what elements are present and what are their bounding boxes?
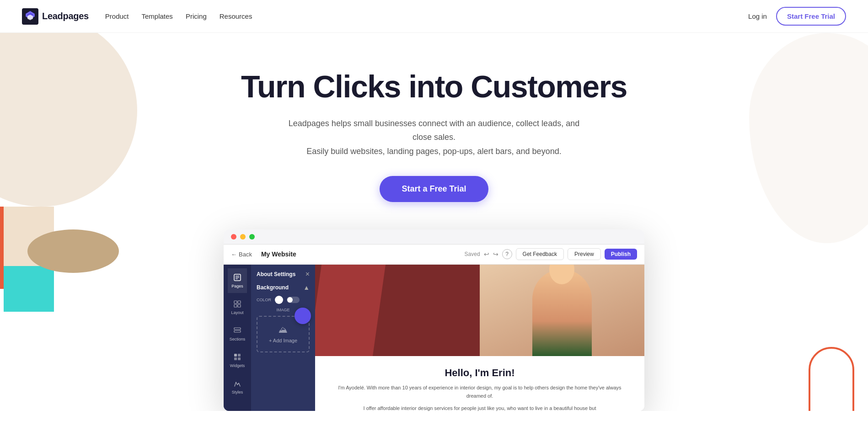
color-row: COLOR	[257, 296, 310, 304]
nav-link-templates[interactable]: Templates	[142, 12, 173, 20]
page-heading: Hello, I'm Erin!	[332, 367, 628, 379]
person-photo	[480, 265, 644, 356]
browser-window: ← Back My Website Saved ↩ ↪ ? Get Feedba…	[224, 229, 644, 411]
browser-maximize-dot	[249, 234, 255, 240]
nav-link-pricing[interactable]: Pricing	[186, 12, 207, 20]
deco-right	[809, 347, 854, 411]
browser-minimize-dot	[240, 234, 246, 240]
panel-header: About Settings ×	[257, 270, 310, 278]
layout-icon	[233, 299, 242, 309]
nav-link-resources[interactable]: Resources	[220, 12, 252, 20]
panel-title: About Settings	[257, 271, 295, 277]
svg-rect-12	[238, 354, 241, 357]
pages-icon	[233, 273, 242, 282]
login-link[interactable]: Log in	[748, 12, 767, 20]
help-icon[interactable]: ?	[502, 249, 512, 259]
sidebar-item-layout[interactable]: Layout	[227, 295, 247, 320]
page-dark-bg	[315, 265, 480, 356]
page-photo-area	[480, 265, 644, 356]
sidebar-item-pages[interactable]: Pages	[228, 268, 247, 293]
back-label: Back	[239, 251, 252, 258]
toolbar-right: Saved ↩ ↪ ? Get Feedback Preview Publish	[465, 248, 637, 260]
page-text-content: Hello, I'm Erin! I'm Ayodelé. With more …	[315, 356, 644, 411]
svg-rect-14	[238, 357, 241, 360]
sections-label: Sections	[230, 337, 246, 341]
browser-body: Pages Layout	[224, 265, 644, 411]
background-section-header: Background ▲	[257, 284, 310, 291]
sidebar-icons: Pages Layout	[224, 265, 251, 411]
sidebar-panel: About Settings × Background ▲ COLOR	[251, 265, 315, 411]
page-accent-shape	[315, 265, 386, 356]
color-label: COLOR	[257, 298, 271, 302]
hero-subheading: Leadpages helps small businesses connect…	[288, 117, 580, 159]
svg-rect-8	[238, 304, 241, 307]
hero-cta-button[interactable]: Start a Free Trial	[380, 176, 488, 202]
sidebar-layout: Pages Layout	[224, 265, 315, 411]
deco-tan-oval	[27, 229, 119, 273]
browser-close-dot	[231, 234, 236, 240]
drag-handle[interactable]	[295, 308, 311, 324]
feedback-button[interactable]: Get Feedback	[516, 248, 564, 260]
svg-rect-7	[234, 304, 237, 307]
background-label: Background	[257, 284, 289, 291]
page-preview: Hello, I'm Erin! I'm Ayodelé. With more …	[315, 265, 644, 411]
back-arrow-icon: ←	[231, 251, 237, 258]
preview-button[interactable]: Preview	[568, 248, 601, 260]
person-body	[532, 269, 592, 356]
nav-link-product[interactable]: Product	[105, 12, 129, 20]
page-para1: I'm Ayodelé. With more than 10 years of …	[332, 383, 628, 400]
sidebar-item-sections[interactable]: Sections	[226, 321, 249, 346]
svg-rect-6	[238, 301, 241, 304]
publish-button[interactable]: Publish	[605, 249, 637, 260]
saved-status: Saved	[465, 251, 480, 257]
hero-heading: Turn Clicks into Customers	[9, 69, 859, 104]
redo-icon[interactable]: ↪	[493, 250, 498, 258]
sidebar-item-styles[interactable]: Styles	[228, 374, 247, 399]
sidebar-item-widgets[interactable]: Widgets	[226, 348, 249, 373]
styles-label: Styles	[232, 390, 243, 394]
nav-links: Product Templates Pricing Resources	[105, 12, 252, 20]
widgets-label: Widgets	[230, 363, 245, 368]
svg-rect-13	[234, 357, 237, 360]
undo-icon[interactable]: ↩	[484, 250, 489, 258]
svg-rect-9	[234, 328, 241, 330]
pages-label: Pages	[231, 284, 243, 288]
color-toggle[interactable]	[287, 297, 300, 303]
chevron-up-icon: ▲	[303, 284, 310, 291]
deco-arch	[809, 347, 854, 411]
back-button[interactable]: ← Back	[231, 251, 252, 258]
nav-trial-button[interactable]: Start Free Trial	[776, 7, 846, 26]
svg-rect-11	[234, 354, 237, 357]
hero-section: Turn Clicks into Customers Leadpages hel…	[0, 33, 868, 411]
sections-icon	[233, 326, 242, 335]
nav-left: Leadpages Product Templates Pricing Reso…	[22, 8, 252, 25]
logo-text: Leadpages	[42, 11, 89, 21]
add-image-label: + Add Image	[269, 338, 297, 343]
editor-sidebar: Pages Layout	[224, 265, 315, 411]
site-title: My Website	[261, 250, 296, 258]
browser-mockup: ← Back My Website Saved ↩ ↪ ? Get Feedba…	[214, 229, 654, 411]
browser-toolbar: ← Back My Website Saved ↩ ↪ ? Get Feedba…	[224, 245, 644, 265]
color-swatch[interactable]	[275, 296, 283, 304]
widgets-icon	[233, 352, 242, 362]
deco-teal-rect	[4, 266, 54, 312]
browser-chrome-bar	[224, 229, 644, 245]
nav-right: Log in Start Free Trial	[748, 7, 846, 26]
svg-rect-5	[234, 301, 237, 304]
person-head	[549, 265, 574, 284]
panel-close[interactable]: ×	[305, 270, 310, 278]
layout-label: Layout	[231, 310, 243, 315]
deco-orange-bar	[0, 207, 4, 289]
page-top-section	[315, 265, 644, 356]
svg-rect-10	[234, 330, 241, 332]
hero-content: Turn Clicks into Customers Leadpages hel…	[9, 69, 859, 202]
page-para2: I offer affordable interior design servi…	[332, 404, 628, 411]
navbar: Leadpages Product Templates Pricing Reso…	[0, 0, 868, 33]
mountain-icon: ⛰	[279, 325, 288, 335]
styles-icon	[233, 379, 242, 388]
logo[interactable]: Leadpages	[22, 8, 89, 25]
